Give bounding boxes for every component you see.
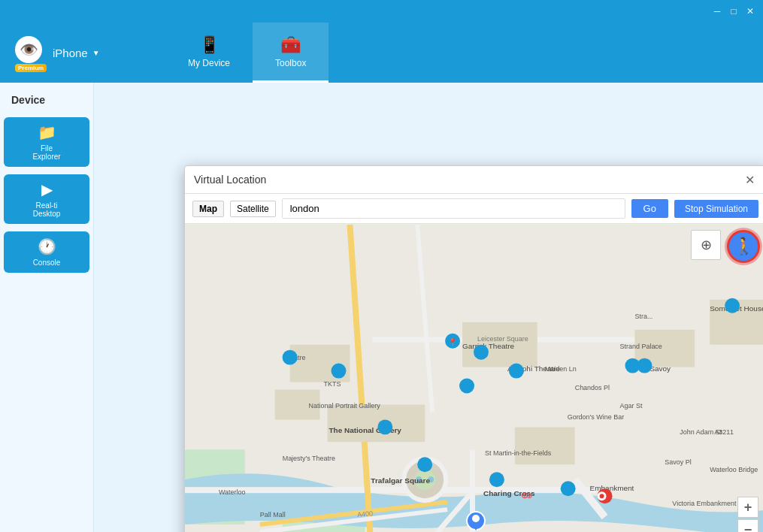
location-search-input[interactable]	[282, 198, 625, 219]
dialog-title-bar: Virtual Location ✕	[185, 166, 763, 194]
map-toolbar: Map Satellite Go Stop Simulation	[185, 194, 763, 224]
toolbox-icon: 🧰	[280, 35, 301, 55]
svg-point-75	[283, 350, 298, 365]
svg-text:Leicester Square: Leicester Square	[477, 335, 528, 343]
map-tab-map[interactable]: Map	[192, 201, 224, 217]
svg-point-68	[600, 494, 604, 498]
svg-text:Strand Palace: Strand Palace	[620, 343, 662, 350]
app-logo: 👁️ Premium	[15, 36, 48, 69]
map-container: Theatre TKTS National Portrait Gallery T…	[185, 224, 763, 532]
svg-text:Victoria Embankment: Victoria Embankment	[672, 500, 737, 507]
svg-point-72	[472, 515, 480, 522]
dialog-title: Virtual Location	[194, 174, 266, 186]
sidebar: Device 📁 FileExplorer ▶ Real-tiDesktop 🕐…	[0, 83, 94, 532]
svg-text:Chandos Pl: Chandos Pl	[575, 384, 610, 391]
dialog-close-button[interactable]: ✕	[742, 172, 757, 187]
svg-text:St Martin-in-the-Fields: St Martin-in-the-Fields	[485, 449, 552, 457]
sidebar-item-console[interactable]: 🕐 Console	[4, 231, 89, 273]
go-button[interactable]: Go	[631, 199, 668, 218]
title-bar: ─ □ ✕	[0, 0, 763, 23]
svg-point-77	[509, 364, 524, 379]
zoom-out-button[interactable]: −	[737, 519, 758, 532]
svg-text:Garrick Theatre: Garrick Theatre	[462, 342, 515, 350]
sidebar-title: Device	[4, 90, 89, 110]
nav-item-toolbox[interactable]: 🧰 Toolbox	[253, 23, 329, 83]
svg-text:Majesty's Theatre: Majesty's Theatre	[283, 455, 335, 462]
walk-icon: 🚶	[734, 237, 754, 256]
main-area: Device 📁 FileExplorer ▶ Real-tiDesktop 🕐…	[0, 83, 763, 532]
map-svg: Theatre TKTS National Portrait Gallery T…	[185, 224, 763, 532]
svg-text:Maiden Ln: Maiden Ln	[545, 365, 577, 373]
svg-text:National Portrait Gallery: National Portrait Gallery	[309, 402, 381, 410]
svg-text:⊕: ⊕	[526, 491, 532, 500]
minimize-button[interactable]: ─	[710, 5, 724, 18]
nav-label-toolbox: Toolbox	[275, 58, 306, 68]
sidebar-item-file-explorer[interactable]: 📁 FileExplorer	[4, 117, 89, 167]
svg-text:Trafalgar Square: Trafalgar Square	[371, 476, 430, 485]
sidebar-item-realtime-desktop[interactable]: ▶ Real-tiDesktop	[4, 174, 89, 224]
console-icon: 🕐	[38, 237, 56, 255]
virtual-location-dialog: Virtual Location ✕ Map Satellite Go Stop…	[184, 165, 763, 532]
stop-simulation-button[interactable]: Stop Simulation	[674, 200, 758, 218]
content-area: Virtual Location ✕ Map Satellite Go Stop…	[94, 83, 763, 532]
locate-button[interactable]: ⊕	[691, 230, 721, 260]
svg-text:Gordon's Wine Bar: Gordon's Wine Bar	[568, 413, 625, 421]
svg-text:TKTS: TKTS	[324, 380, 341, 388]
svg-text:Savoy Pl: Savoy Pl	[665, 458, 691, 466]
svg-text:📍: 📍	[448, 337, 458, 347]
device-name: iPhone	[53, 47, 88, 59]
device-dropdown-arrow[interactable]: ▼	[92, 49, 100, 57]
premium-badge: Premium	[15, 64, 47, 72]
nav-item-my-device[interactable]: 📱 My Device	[165, 23, 253, 83]
svg-rect-4	[185, 487, 598, 493]
walk-mode-button[interactable]: 🚶	[727, 230, 760, 263]
logo-area: 👁️ Premium iPhone ▼	[0, 36, 150, 69]
file-explorer-icon: 📁	[38, 123, 56, 141]
nav-label-my-device: My Device	[188, 58, 230, 68]
realtime-label: Real-tiDesktop	[33, 201, 61, 218]
svg-text:A3211: A3211	[714, 428, 734, 436]
file-explorer-label: FileExplorer	[32, 144, 60, 161]
svg-text:Agar St: Agar St	[620, 402, 643, 410]
svg-text:Embankment: Embankment	[590, 484, 634, 492]
zoom-in-button[interactable]: +	[737, 497, 758, 518]
map-zoom-controls: + −	[737, 497, 758, 532]
svg-point-62	[459, 379, 474, 394]
svg-point-80	[625, 358, 640, 373]
locate-icon: ⊕	[701, 237, 712, 253]
svg-text:Pall Mall: Pall Mall	[260, 511, 286, 518]
realtime-icon: ▶	[41, 180, 53, 198]
nav-items: 📱 My Device 🧰 Toolbox	[165, 23, 329, 83]
svg-point-81	[561, 481, 576, 496]
svg-text:Waterloo Bridge: Waterloo Bridge	[710, 466, 758, 473]
svg-text:A400: A400	[357, 509, 374, 518]
svg-point-79	[725, 298, 740, 313]
svg-point-63	[377, 419, 392, 434]
svg-point-64	[417, 457, 432, 472]
map-tab-satellite[interactable]: Satellite	[230, 201, 276, 217]
svg-text:Waterloo: Waterloo	[219, 488, 246, 496]
top-nav: 👁️ Premium iPhone ▼ 📱 My Device 🧰 Toolbo…	[0, 23, 763, 83]
svg-rect-8	[328, 404, 425, 442]
app-close-button[interactable]: ✕	[743, 5, 757, 18]
svg-point-76	[474, 345, 489, 360]
my-device-icon: 📱	[199, 35, 220, 55]
svg-point-74	[331, 364, 346, 379]
svg-rect-13	[515, 427, 575, 464]
svg-point-65	[489, 472, 504, 487]
maximize-button[interactable]: □	[727, 5, 740, 18]
svg-text:Stra...: Stra...	[634, 313, 652, 320]
logo-circle: 👁️	[15, 36, 42, 63]
console-label: Console	[33, 258, 61, 267]
